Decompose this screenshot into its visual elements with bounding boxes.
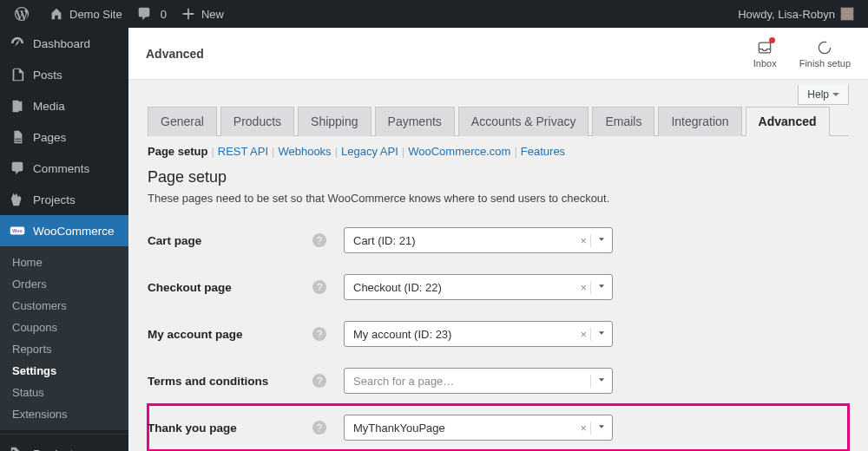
plus-icon	[181, 6, 196, 22]
sidebar-item-projects[interactable]: Projects	[0, 184, 128, 215]
help-label: Help	[807, 88, 829, 101]
howdy-prefix: Howdy,	[738, 8, 774, 21]
subtab-webhooks[interactable]: Webhooks	[278, 145, 331, 158]
woocommerce-icon: Woo	[9, 222, 26, 239]
clear-icon[interactable]: ×	[576, 328, 590, 341]
sidebar-item-woocommerce[interactable]: Woo WooCommerce	[0, 215, 128, 246]
posts-icon	[9, 66, 26, 83]
clear-icon[interactable]: ×	[576, 422, 590, 435]
media-icon	[9, 97, 26, 114]
inbox-button[interactable]: Inbox	[753, 39, 777, 69]
submenu-item-extensions[interactable]: Extensions	[0, 403, 128, 425]
row-label: Thank you page	[148, 404, 312, 451]
subtab-woocommerce-com[interactable]: WooCommerce.com	[408, 145, 510, 158]
submenu-item-orders[interactable]: Orders	[0, 273, 128, 295]
select-value: Cart (ID: 21)	[353, 234, 576, 247]
inbox-icon	[756, 39, 773, 56]
finish-setup-button[interactable]: Finish setup	[799, 39, 851, 69]
clear-icon[interactable]: ×	[576, 234, 590, 247]
spinner-icon	[816, 39, 833, 56]
home-icon	[49, 6, 64, 22]
subtab-page-setup[interactable]: Page setup	[148, 145, 207, 158]
new-content-menu[interactable]: New	[174, 0, 231, 28]
terms-page-select[interactable]: Search for a page…	[344, 368, 613, 394]
tab-integration[interactable]: Integration	[658, 107, 741, 136]
wp-logo-menu[interactable]	[7, 0, 42, 28]
select-value: My account (ID: 23)	[353, 328, 576, 341]
comment-icon	[136, 6, 152, 22]
projects-icon	[9, 191, 26, 208]
sidebar-item-products[interactable]: Products	[0, 438, 128, 451]
tab-shipping[interactable]: Shipping	[298, 107, 372, 136]
tab-advanced[interactable]: Advanced	[746, 107, 830, 136]
inbox-label: Inbox	[753, 58, 777, 69]
page-setup-table: Cart page?Cart (ID: 21)×Checkout page?Ch…	[148, 217, 849, 451]
chevron-down-icon	[590, 375, 607, 388]
help-tooltip-icon[interactable]: ?	[312, 327, 326, 341]
submenu-item-status[interactable]: Status	[0, 382, 128, 403]
tab-general[interactable]: General	[148, 107, 217, 136]
subtab-features[interactable]: Features	[521, 145, 565, 158]
chevron-down-icon	[590, 234, 607, 247]
clear-icon[interactable]: ×	[576, 281, 590, 294]
sidebar-item-comments[interactable]: Comments	[0, 153, 128, 184]
subtab-legacy-api[interactable]: Legacy API	[341, 145, 398, 158]
help-toggle[interactable]: Help	[798, 85, 849, 105]
page-header: Advanced Inbox Finish setup	[128, 28, 868, 80]
chevron-down-icon	[590, 281, 607, 294]
row-label: My account page	[148, 310, 312, 357]
sidebar-item-pages[interactable]: Pages	[0, 121, 128, 153]
sidebar-item-label: Products	[33, 448, 79, 452]
subtab-rest-api[interactable]: REST API	[218, 145, 268, 158]
myaccount-page-select[interactable]: My account (ID: 23)×	[344, 321, 613, 347]
help-tooltip-icon[interactable]: ?	[312, 421, 326, 435]
submenu-item-customers[interactable]: Customers	[0, 295, 128, 317]
select-value: Checkout (ID: 22)	[353, 281, 576, 294]
page-title: Advanced	[146, 47, 204, 61]
avatar	[840, 7, 854, 21]
row-label: Cart page	[148, 217, 312, 264]
submenu-item-reports[interactable]: Reports	[0, 338, 128, 360]
tab-products[interactable]: Products	[220, 107, 294, 136]
row-cart: Cart page?Cart (ID: 21)×	[148, 217, 849, 264]
submenu-item-home[interactable]: Home	[0, 252, 128, 273]
svg-text:Woo: Woo	[12, 228, 22, 233]
settings-subtabs: Page setup|REST API|Webhooks|Legacy API|…	[148, 136, 849, 165]
thankyou-page-select[interactable]: MyThankYouPage×	[344, 415, 613, 441]
products-icon	[9, 445, 26, 451]
tab-payments[interactable]: Payments	[375, 107, 455, 136]
section-heading: Page setup	[148, 168, 849, 186]
sidebar-item-label: Projects	[33, 193, 76, 206]
sidebar-item-posts[interactable]: Posts	[0, 59, 128, 90]
sidebar-item-media[interactable]: Media	[0, 90, 128, 121]
sidebar-item-dashboard[interactable]: Dashboard	[0, 28, 128, 59]
wordpress-icon	[14, 6, 30, 22]
caret-down-icon	[832, 93, 839, 100]
row-label: Checkout page	[148, 264, 312, 310]
woocommerce-submenu: HomeOrdersCustomersCouponsReportsSetting…	[0, 246, 128, 430]
help-tooltip-icon[interactable]: ?	[312, 280, 326, 294]
chevron-down-icon	[590, 328, 607, 341]
tab-emails[interactable]: Emails	[592, 107, 654, 136]
checkout-page-select[interactable]: Checkout (ID: 22)×	[344, 274, 613, 300]
site-name-label: Demo Site	[69, 8, 122, 21]
chevron-down-icon	[590, 422, 607, 435]
sidebar-item-label: Media	[33, 100, 65, 113]
comments-count: 0	[161, 8, 167, 21]
account-menu[interactable]: Howdy, Lisa-Robyn	[731, 0, 861, 28]
submenu-item-coupons[interactable]: Coupons	[0, 317, 128, 338]
help-tooltip-icon[interactable]: ?	[312, 233, 326, 247]
select-placeholder: Search for a page…	[353, 375, 590, 388]
dashboard-icon	[9, 35, 26, 52]
help-tooltip-icon[interactable]: ?	[312, 374, 326, 388]
tab-accounts-privacy[interactable]: Accounts & Privacy	[458, 107, 589, 136]
row-myaccount: My account page?My account (ID: 23)×	[148, 310, 849, 357]
cart-page-select[interactable]: Cart (ID: 21)×	[344, 227, 613, 253]
row-label: Terms and conditions	[148, 357, 312, 404]
site-name-menu[interactable]: Demo Site	[42, 0, 129, 28]
row-thankyou: Thank you page?MyThankYouPage×	[148, 404, 849, 451]
comments-menu[interactable]: 0	[129, 0, 174, 28]
finish-setup-label: Finish setup	[799, 58, 851, 69]
pages-icon	[9, 128, 26, 146]
submenu-item-settings[interactable]: Settings	[0, 360, 128, 382]
